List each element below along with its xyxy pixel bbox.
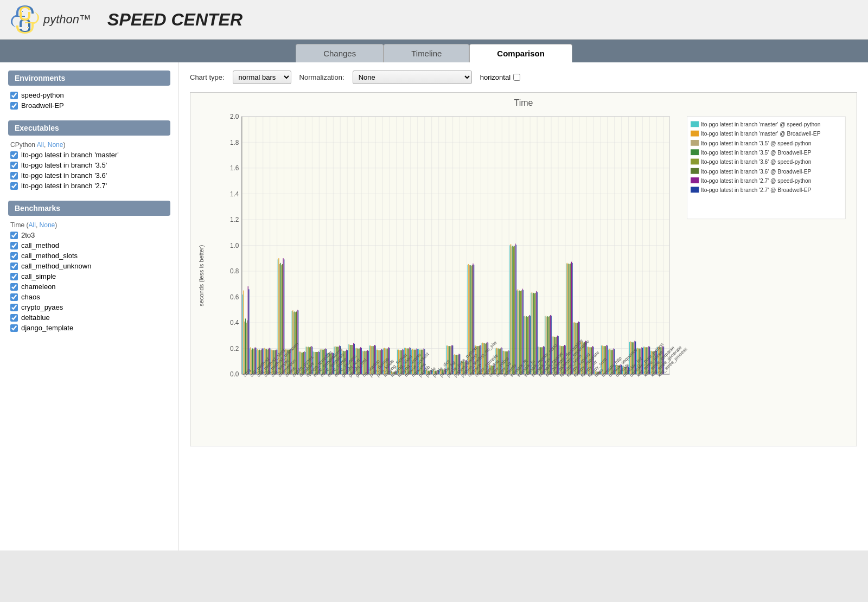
bench-django-template-checkbox[interactable] [10, 324, 18, 332]
svg-rect-94 [247, 321, 247, 374]
svg-rect-632 [691, 121, 699, 127]
bench-chameleon[interactable]: chameleon [10, 283, 170, 291]
benchmarks-section: Benchmarks Time (All, None) 2to3 call_me… [8, 201, 170, 332]
bench-call-method-unknown-label: call_method_unknown [21, 262, 91, 270]
exe-master-label: lto-pgo latest in branch 'master' [21, 151, 119, 159]
bench-call-simple-label: call_simple [21, 272, 56, 280]
bench-django-template[interactable]: django_template [10, 324, 170, 332]
bench-deltablue-label: deltablue [21, 313, 50, 322]
svg-text:lto-pgo latest in branch 'mast: lto-pgo latest in branch 'master' @ spee… [701, 121, 821, 127]
bench-deltablue-checkbox[interactable] [10, 314, 18, 322]
exe-35-checkbox[interactable] [10, 162, 18, 169]
svg-text:0.0: 0.0 [230, 370, 239, 378]
executables-header: Executables [8, 120, 170, 136]
tab-timeline[interactable]: Timeline [384, 44, 469, 62]
svg-text:lto-pgo latest in branch 'mast: lto-pgo latest in branch 'master' @ Broa… [701, 131, 821, 137]
svg-text:1.4: 1.4 [230, 190, 239, 198]
chart-inner: seconds (less is better) [196, 111, 851, 440]
env-broadwell-ep-checkbox[interactable] [10, 102, 18, 110]
bench-crypto-pyaes-label: crypto_pyaes [21, 303, 63, 311]
env-speed-python[interactable]: speed-python [10, 91, 170, 99]
bench-call-method[interactable]: call_method [10, 241, 170, 249]
svg-text:1.0: 1.0 [230, 242, 239, 249]
svg-rect-644 [691, 177, 699, 183]
bench-all-link[interactable]: All [29, 221, 36, 229]
bench-deltablue[interactable]: deltablue [10, 313, 170, 322]
bench-call-method-slots-checkbox[interactable] [10, 252, 18, 260]
exe-27-label: lto-pgo latest in branch '2.7' [21, 182, 107, 190]
exe-master-checkbox[interactable] [10, 151, 18, 159]
chart-body: 2.0 1.8 1.6 1.4 1.2 1.0 0.8 0.6 0.4 0.2 … [207, 111, 851, 440]
svg-rect-400 [516, 245, 516, 374]
svg-text:lto-pgo latest in branch '3.6': lto-pgo latest in branch '3.6' @ Broadwe… [701, 169, 812, 175]
exe-27-checkbox[interactable] [10, 182, 18, 190]
bench-chaos[interactable]: chaos [10, 293, 170, 301]
exe-35[interactable]: lto-pgo latest in branch '3.5' [10, 161, 170, 169]
bench-chaos-checkbox[interactable] [10, 293, 18, 301]
normalization-select[interactable]: None Baseline Geometric Mean [353, 71, 472, 84]
exe-27[interactable]: lto-pgo latest in branch '2.7' [10, 182, 170, 190]
env-broadwell-ep-label: Broadwell-EP [21, 101, 64, 110]
exe-36[interactable]: lto-pgo latest in branch '3.6' [10, 171, 170, 180]
content-area: Chart type: normal bars stacked bars lin… [179, 62, 868, 550]
svg-point-1 [22, 11, 23, 12]
environments-header: Environments [8, 71, 170, 86]
svg-text:1.6: 1.6 [230, 164, 239, 172]
bench-call-method-slots-label: call_method_slots [21, 252, 78, 260]
svg-text:0.4: 0.4 [230, 319, 239, 326]
executables-section: Executables CPython All, None) lto-pgo l… [8, 120, 170, 190]
svg-rect-90 [244, 291, 244, 374]
exe-none-link[interactable]: None [48, 141, 63, 149]
tab-comparison[interactable]: Comparison [469, 44, 572, 62]
svg-rect-638 [691, 149, 699, 155]
bench-chaos-label: chaos [21, 293, 40, 301]
executable-group-label: CPython All, None) [10, 141, 170, 149]
bench-call-simple[interactable]: call_simple [10, 272, 170, 280]
svg-rect-642 [691, 168, 699, 174]
svg-point-3 [27, 27, 28, 28]
bench-call-method-checkbox[interactable] [10, 242, 18, 249]
svg-rect-396 [512, 246, 513, 374]
bench-call-method-slots[interactable]: call_method_slots [10, 252, 170, 260]
bench-call-simple-checkbox[interactable] [10, 273, 18, 280]
bench-call-method-label: call_method [21, 241, 59, 249]
svg-text:lto-pgo latest in branch '3.5': lto-pgo latest in branch '3.5' @ Broadwe… [701, 150, 812, 156]
svg-rect-399 [515, 244, 515, 374]
chart-svg: 2.0 1.8 1.6 1.4 1.2 1.0 0.8 0.6 0.4 0.2 … [207, 111, 851, 439]
svg-rect-634 [691, 131, 699, 137]
env-speed-python-checkbox[interactable] [10, 92, 18, 99]
chart-type-select[interactable]: normal bars stacked bars lines [233, 71, 291, 84]
exe-master[interactable]: lto-pgo latest in branch 'master' [10, 151, 170, 159]
svg-text:2.0: 2.0 [230, 113, 239, 120]
chart-type-label: Chart type: [190, 73, 225, 81]
bench-none-link[interactable]: None [40, 221, 55, 229]
exe-all-link[interactable]: All [37, 141, 44, 149]
nav-tabs: Changes Timeline Comparison [0, 40, 868, 62]
python-snake-icon [11, 5, 39, 34]
svg-rect-96 [248, 289, 249, 374]
tab-changes[interactable]: Changes [296, 44, 384, 62]
chart-controls: Chart type: normal bars stacked bars lin… [190, 71, 857, 84]
svg-rect-89 [242, 294, 243, 374]
svg-rect-93 [246, 323, 246, 374]
svg-rect-395 [512, 247, 512, 374]
svg-rect-636 [691, 140, 699, 146]
svg-rect-393 [509, 245, 510, 374]
bench-2to3-checkbox[interactable] [10, 232, 18, 239]
bench-crypto-pyaes[interactable]: crypto_pyaes [10, 303, 170, 311]
exe-36-label: lto-pgo latest in branch '3.6' [21, 171, 107, 180]
bench-crypto-pyaes-checkbox[interactable] [10, 304, 18, 311]
svg-text:lto-pgo latest in branch '2.7': lto-pgo latest in branch '2.7' @ speed-p… [701, 178, 812, 184]
svg-rect-403 [519, 291, 519, 374]
svg-rect-401 [516, 291, 517, 374]
bench-2to3[interactable]: 2to3 [10, 231, 170, 239]
svg-rect-92 [245, 318, 246, 374]
svg-rect-646 [691, 187, 699, 193]
horizontal-checkbox[interactable] [513, 74, 520, 81]
bench-call-method-unknown-checkbox[interactable] [10, 262, 18, 270]
env-broadwell-ep[interactable]: Broadwell-EP [10, 101, 170, 110]
benchmark-group-label: Time (All, None) [10, 221, 170, 229]
exe-36-checkbox[interactable] [10, 172, 18, 180]
bench-call-method-unknown[interactable]: call_method_unknown [10, 262, 170, 270]
bench-chameleon-checkbox[interactable] [10, 283, 18, 291]
